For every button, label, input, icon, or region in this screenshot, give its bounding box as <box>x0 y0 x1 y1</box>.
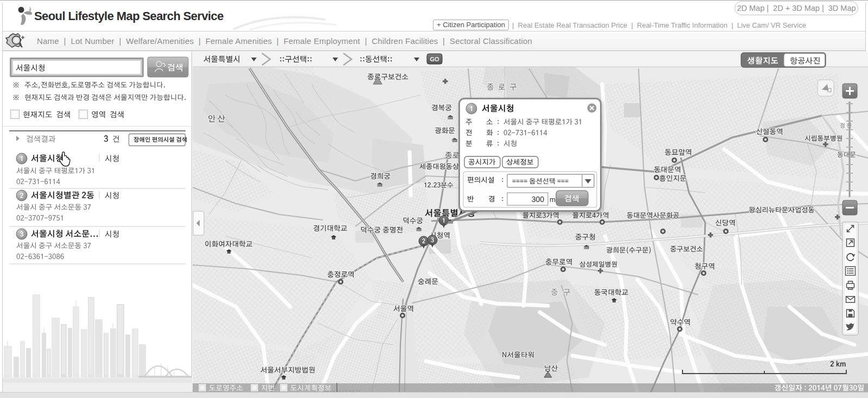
svg-text:m: m <box>550 195 556 204</box>
svg-text:GO: GO <box>430 56 439 62</box>
svg-text:300: 300 <box>532 195 545 204</box>
